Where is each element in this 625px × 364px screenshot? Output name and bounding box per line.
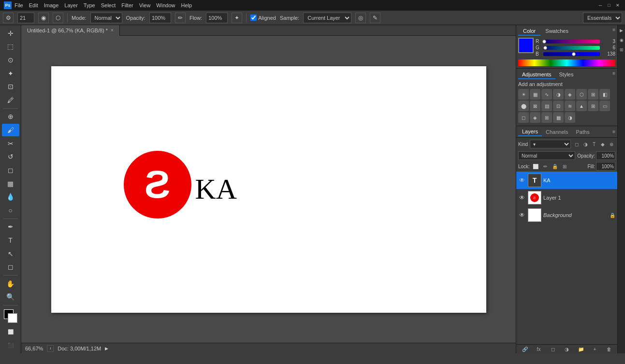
aligned-checkbox[interactable] — [250, 15, 257, 21]
canvas-tab[interactable]: Untitled-1 @ 66,7% (KA, RGB/8) * × — [21, 25, 120, 36]
pattern-adj[interactable]: ⊞ — [541, 112, 552, 123]
panel-icon-3[interactable]: ⊞ — [618, 46, 625, 53]
menu-view[interactable]: View — [139, 2, 151, 8]
tool-preset-btn[interactable]: ⚙ — [3, 13, 14, 23]
menu-window[interactable]: Window — [156, 2, 175, 8]
menu-help[interactable]: Help — [181, 2, 192, 8]
menu-select[interactable]: Select — [101, 2, 116, 8]
menu-filter[interactable]: Filter — [121, 2, 133, 8]
type-tool[interactable]: T — [2, 234, 19, 247]
gradient-adj[interactable]: ◈ — [530, 112, 540, 123]
g-thumb[interactable] — [543, 46, 547, 50]
shape-filter-icon[interactable]: ◆ — [599, 140, 607, 148]
adj-panel-menu[interactable]: ≡ — [612, 71, 615, 79]
layers-panel-menu[interactable]: ≡ — [612, 129, 615, 134]
tab-adjustments[interactable]: Adjustments — [518, 71, 555, 79]
brightness-adj[interactable]: ☀ — [518, 89, 529, 100]
blend-mode-select[interactable]: Normal — [518, 151, 575, 160]
tab-styles[interactable]: Styles — [555, 71, 578, 79]
close-button[interactable]: ✕ — [614, 2, 621, 9]
b-thumb[interactable] — [572, 52, 576, 56]
selectivecolor-adj[interactable]: ⊞ — [588, 101, 598, 111]
lock-all-icon[interactable]: 🔒 — [551, 162, 559, 170]
add-mask-btn[interactable]: ◻ — [546, 346, 559, 352]
workspace-select[interactable]: Essentials — [583, 13, 622, 23]
brush-size-input[interactable] — [17, 13, 34, 23]
vibrance-adj[interactable]: ◈ — [565, 89, 575, 100]
text-filter-icon[interactable]: T — [590, 140, 598, 148]
brush-settings-btn[interactable]: ⬡ — [53, 13, 63, 23]
quick-mask-btn[interactable]: ⬜ — [2, 326, 19, 338]
invert-adj[interactable]: ⊡ — [553, 101, 564, 111]
mode-select[interactable]: Normal — [90, 13, 122, 23]
zoom-tool[interactable]: 🔍 — [2, 291, 19, 304]
add-adj-btn[interactable]: ◑ — [560, 346, 573, 352]
opacity-input[interactable] — [149, 13, 171, 23]
tab-channels[interactable]: Channels — [542, 128, 572, 136]
pixel-filter-icon[interactable]: ◻ — [573, 140, 581, 148]
layer-vis-ka[interactable]: 👁 — [518, 176, 526, 184]
menu-image[interactable]: Image — [44, 2, 59, 8]
delete-layer-btn[interactable]: 🗑 — [602, 346, 615, 352]
tab-color[interactable]: Color — [518, 27, 540, 36]
curves-adj[interactable]: ∿ — [541, 89, 552, 100]
color-lookup-adj[interactable]: ▤ — [541, 101, 552, 111]
eraser-tool[interactable]: ◻ — [2, 164, 19, 176]
maximize-button[interactable]: □ — [606, 2, 612, 9]
menu-edit[interactable]: Edit — [29, 2, 38, 8]
opacity-airbrush-btn[interactable]: ✏ — [175, 13, 186, 23]
lock-pixels-icon[interactable]: ⬜ — [532, 162, 539, 170]
r-thumb[interactable] — [542, 40, 546, 44]
crop-tool[interactable]: ⊡ — [2, 81, 19, 93]
layer-item-ka[interactable]: 👁 T KA — [516, 172, 617, 189]
history-brush-tool[interactable]: ↺ — [2, 151, 19, 163]
clone-source-btn[interactable]: ✎ — [370, 13, 380, 23]
bw-adj[interactable]: ◧ — [599, 89, 610, 100]
photofilter-adj[interactable]: ⬤ — [518, 101, 529, 111]
menu-type[interactable]: Type — [84, 2, 95, 8]
kind-select[interactable]: ▾ — [530, 140, 571, 148]
sample-btn[interactable]: ◎ — [355, 13, 366, 23]
channel-mixer-adj[interactable]: ⊠ — [530, 101, 540, 111]
fill-field[interactable] — [596, 162, 615, 171]
doc-size-arrow[interactable]: ▶ — [105, 346, 108, 351]
sample-select[interactable]: Current Layer — [303, 13, 351, 23]
minimize-button[interactable]: ─ — [597, 2, 604, 9]
extra-adj-1[interactable]: ▦ — [553, 112, 564, 123]
r-slider-track[interactable] — [543, 40, 600, 44]
spot-healing-tool[interactable]: ⊕ — [2, 111, 19, 123]
brush-tool[interactable]: 🖌 — [2, 124, 19, 136]
tab-paths[interactable]: Paths — [572, 128, 594, 136]
close-tab-button[interactable]: × — [111, 28, 114, 33]
solid-color-adj[interactable]: ◻ — [518, 112, 529, 123]
layer-item-background[interactable]: 👁 Background 🔒 — [516, 206, 617, 224]
panel-icon-1[interactable]: ▶ — [618, 27, 625, 34]
info-icon[interactable]: i — [47, 345, 54, 352]
color-swatch[interactable] — [518, 38, 534, 53]
marquee-tool[interactable]: ⬚ — [2, 41, 19, 53]
gradientmap-adj[interactable]: ▭ — [599, 101, 610, 111]
colorbal-adj[interactable]: ⊞ — [588, 89, 598, 100]
add-group-btn[interactable]: 📁 — [574, 346, 587, 352]
huesat-adj[interactable]: ⬡ — [576, 89, 587, 100]
tab-layers[interactable]: Layers — [518, 128, 542, 136]
tab-swatches[interactable]: Swatches — [540, 27, 573, 36]
adj-filter-icon[interactable]: ◑ — [581, 140, 589, 148]
g-slider-track[interactable] — [543, 46, 600, 50]
link-layers-btn[interactable]: 🔗 — [518, 346, 531, 352]
add-layer-btn[interactable]: + — [588, 346, 601, 352]
gradient-tool[interactable]: ▦ — [2, 177, 19, 190]
canvas[interactable]: S KA — [51, 66, 486, 313]
path-selection-tool[interactable]: ↖ — [2, 248, 19, 260]
opacity-field[interactable] — [596, 151, 615, 160]
smart-filter-icon[interactable]: ⊛ — [608, 140, 615, 148]
screen-mode-btn[interactable]: ⬛ — [2, 339, 19, 351]
flow-btn[interactable]: ✦ — [232, 13, 242, 23]
dodge-tool[interactable]: ○ — [2, 204, 19, 217]
lock-position-icon[interactable]: ✏ — [541, 162, 549, 170]
panel-icon-2[interactable]: ◉ — [618, 37, 625, 44]
background-color[interactable] — [8, 313, 17, 323]
layer-vis-layer1[interactable]: 👁 — [518, 194, 526, 202]
shape-tool[interactable]: ◻ — [2, 261, 19, 273]
flow-input[interactable] — [206, 13, 228, 23]
